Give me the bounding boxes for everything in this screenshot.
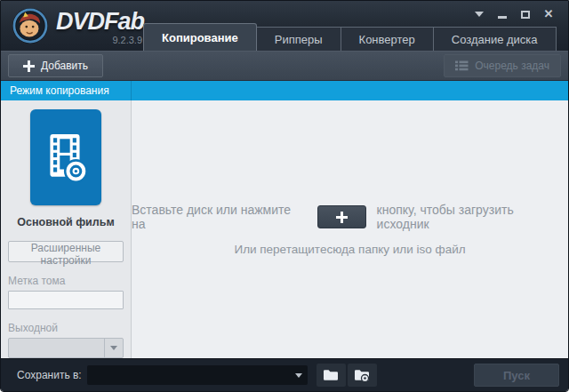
add-button-label: Добавить [41, 60, 88, 72]
output-label: Выходной [8, 322, 124, 334]
task-list-icon [455, 60, 469, 71]
close-icon[interactable]: ✕ [541, 8, 556, 20]
minimize-icon[interactable] [495, 8, 509, 20]
bottom-bar: Сохранить в: Пуск [1, 358, 568, 391]
hint-line2-text: Или перетащитесюда папку или iso файл [234, 243, 465, 256]
tab-rippers[interactable]: Рипперы [256, 27, 341, 51]
add-source-plus-button[interactable] [317, 205, 366, 228]
open-folder-button[interactable] [317, 364, 346, 387]
menu-chevron-icon[interactable] [472, 8, 486, 20]
mode-bar-title: Режим копирования [10, 84, 109, 97]
tab-disc-creation[interactable]: Создание диска [433, 27, 557, 51]
chevron-down-icon [110, 346, 117, 350]
add-source-button[interactable]: Добавить [8, 54, 103, 77]
mode-bar-left: Режим копирования [1, 81, 132, 100]
app-version: 9.2.3.9 [112, 35, 142, 46]
plus-icon [336, 212, 348, 223]
mode-name-label: Основной фильм [8, 216, 124, 228]
output-dropdown-arrow-box [104, 339, 123, 357]
chevron-down-icon [295, 373, 302, 378]
hint-block: Вставьте диск или нажмите на кнопку, что… [132, 203, 568, 256]
save-path-combobox[interactable] [87, 365, 308, 385]
task-queue-label: Очередь задач [475, 60, 549, 72]
app-logo: DVDFab 9.2.3.9 [12, 5, 144, 46]
volume-input[interactable] [8, 291, 124, 308]
output-dropdown[interactable] [8, 338, 124, 358]
mode-bar: Режим копирования [1, 81, 568, 100]
titlebar: DVDFab 9.2.3.9 ✕ Копирование Рипперы Кон… [1, 1, 568, 51]
tab-converter[interactable]: Конвертер [341, 27, 434, 51]
start-button[interactable]: Пуск [474, 364, 559, 387]
save-combo-arrow-box[interactable] [290, 365, 308, 385]
maximize-icon[interactable] [518, 8, 533, 20]
main-movie-mode-card[interactable] [30, 109, 101, 205]
content: Основной фильм Расширенные настройки Мет… [1, 100, 568, 358]
hint-after-text: кнопку, чтобы загрузить исходник [377, 203, 568, 231]
task-queue-button[interactable]: Очередь задач [444, 54, 561, 77]
dvdfab-window: DVDFab 9.2.3.9 ✕ Копирование Рипперы Кон… [0, 0, 569, 392]
app-name: DVDFab [56, 8, 144, 35]
output-target-buttons [317, 364, 377, 387]
folder-disc-button[interactable] [348, 364, 377, 387]
hint-before-text: Вставьте диск или нажмите на [132, 203, 307, 231]
folder-icon [323, 369, 339, 381]
plus-icon [23, 60, 35, 72]
toolbar: Добавить Очередь задач [1, 51, 568, 81]
output-dropdown-value [9, 339, 104, 357]
tab-copy[interactable]: Копирование [143, 23, 257, 51]
save-to-label: Сохранить в: [17, 369, 82, 381]
window-controls: ✕ [472, 8, 556, 20]
advanced-settings-button[interactable]: Расширенные настройки [8, 241, 124, 262]
main-drop-area: Вставьте диск или нажмите на кнопку, что… [132, 100, 568, 358]
volume-label: Метка тома [8, 275, 124, 287]
folder-disc-icon [354, 369, 370, 382]
dvdfab-monkey-icon [12, 7, 49, 44]
main-tabs: Копирование Рипперы Конвертер Создание д… [143, 23, 556, 51]
sidebar: Основной фильм Расширенные настройки Мет… [1, 100, 132, 358]
film-strip-disc-icon [44, 132, 88, 183]
hint-line1: Вставьте диск или нажмите на кнопку, что… [132, 203, 568, 231]
